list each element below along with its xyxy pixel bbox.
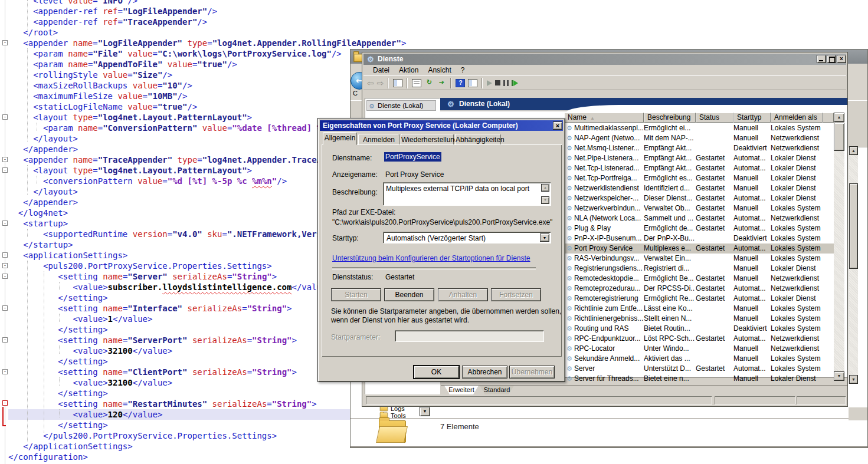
beenden-button[interactable]: Beenden xyxy=(384,288,434,301)
stop-service-icon[interactable] xyxy=(495,80,500,85)
scroll-up-icon[interactable]: ▲ xyxy=(834,113,844,122)
abbrechen-button[interactable]: Abbrechen xyxy=(462,366,507,379)
dialog-title-bar[interactable]: Eigenschaften von Port Proxy Service (Lo… xyxy=(320,120,563,131)
code-line[interactable]: <applicationSettings> xyxy=(8,250,127,261)
service-row[interactable]: ⚙ServerUnterstützt D...GestartetAutomat.… xyxy=(564,364,834,374)
menu-item[interactable]: Aktion xyxy=(394,65,423,76)
code-line[interactable]: </startup> xyxy=(8,239,73,250)
service-row[interactable]: ⚙Routing und RASBietet Routin...Deaktivi… xyxy=(564,324,834,334)
dropdown-button[interactable]: ▼ xyxy=(420,407,430,416)
refresh-icon[interactable]: ↻ xyxy=(424,79,434,87)
service-row[interactable]: ⚙Registrierungsdiens...Registriert di...… xyxy=(564,264,834,274)
fold-collapse-icon[interactable]: - xyxy=(2,40,8,45)
service-row[interactable]: ⚙Plug & PlayErmöglicht de...GestartetAut… xyxy=(564,223,834,233)
code-line[interactable]: <appender name="LogFileAppender" type="l… xyxy=(8,38,406,48)
code-line[interactable]: <setting name="ClientPort" serializeAs="… xyxy=(8,367,297,377)
column-header-status[interactable]: Status xyxy=(696,113,733,123)
code-line[interactable]: <param name="File" value="C:\work\logs\P… xyxy=(8,48,342,59)
service-row[interactable]: ⚙RemoteregistrierungErmöglicht Re...Gest… xyxy=(564,294,834,304)
code-line[interactable]: <value>32100</value> xyxy=(8,345,172,356)
close-icon[interactable]: × xyxy=(553,121,562,130)
code-line[interactable]: </puls200.PortProxyService.Properties.Se… xyxy=(8,430,277,441)
dienstname-value[interactable]: PortProxyService xyxy=(384,152,441,162)
code-line[interactable]: <staticLogFileName value="true"/> xyxy=(8,101,197,112)
fold-collapse-icon[interactable]: - xyxy=(2,221,8,226)
explorer-scrollbar[interactable]: ▲ ▼ xyxy=(849,146,858,384)
help-icon[interactable]: ? xyxy=(456,79,465,87)
code-line[interactable]: <value>subscriber.lloydslistintelligence… xyxy=(8,282,322,292)
column-header-starttyp[interactable]: Starttyp xyxy=(733,113,771,123)
column-header-beschreibung[interactable]: Beschreibung xyxy=(644,113,696,123)
tree-item-dienste-lokal[interactable]: ⚙ Dienste (Lokal) xyxy=(366,100,436,111)
fold-collapse-icon[interactable]: - xyxy=(2,114,8,120)
tab-erweitert[interactable]: Erweitert xyxy=(444,386,479,394)
code-line[interactable]: </setting> xyxy=(8,292,108,303)
service-row[interactable]: ⚙Net.Tcp-Portfreiga...Ermöglicht es...Ge… xyxy=(564,173,834,183)
column-header-name[interactable]: Name▲ xyxy=(564,113,644,123)
code-line[interactable]: <value>32100</value> xyxy=(8,377,172,388)
code-line[interactable]: <value>1</value> xyxy=(8,314,152,324)
service-row[interactable]: ⚙Richtlinie zum Entfe...Lässt eine Ko...… xyxy=(564,304,834,314)
properties-icon[interactable] xyxy=(412,79,421,87)
minimize-button[interactable] xyxy=(817,55,826,63)
code-line[interactable]: </log4net> xyxy=(8,208,68,218)
tab-standard[interactable]: Standard xyxy=(480,386,514,394)
code-line[interactable]: </setting> xyxy=(8,388,108,399)
code-line[interactable]: </appender> xyxy=(8,144,78,154)
start-service-icon[interactable] xyxy=(487,80,492,86)
code-line[interactable]: <maximumFileSize value="10MB"/> xyxy=(8,91,187,101)
service-row[interactable]: ⚙Net.Pipe-Listenera...Empfängt Akt...Ges… xyxy=(564,153,834,163)
menu-item[interactable]: ? xyxy=(456,65,470,76)
scroll-down-icon[interactable]: ▼ xyxy=(849,375,858,384)
code-line[interactable]: <puls200.PortProxyService.Properties.Set… xyxy=(8,261,272,271)
code-line[interactable]: <setting name="Server" serializeAs="Stri… xyxy=(8,271,277,282)
code-line[interactable]: </applicationSettings> xyxy=(8,441,133,452)
service-row[interactable]: ⚙Net.Tcp-Listenerad...Empfängt Akt...Ges… xyxy=(564,163,834,173)
fold-collapse-icon[interactable]: - xyxy=(2,274,8,279)
close-button[interactable]: × xyxy=(837,55,846,63)
starttyp-combobox[interactable]: Automatisch (Verzögerter Start) ▼ xyxy=(383,232,551,243)
fold-collapse-icon[interactable]: - xyxy=(2,157,8,162)
code-line[interactable]: <startup> xyxy=(8,218,68,229)
code-line[interactable]: <supportedRuntime version="v4.0" sku=".N… xyxy=(8,229,332,239)
list-scrollbar[interactable]: ▲ ▼ xyxy=(834,113,844,381)
scrollbar-thumb[interactable] xyxy=(834,123,844,151)
scroll-up-icon[interactable]: ▲ xyxy=(849,146,858,155)
service-row[interactable]: ⚙Port Proxy ServiceMultiplexes e...Gesta… xyxy=(564,243,834,254)
fold-collapse-icon[interactable]: - xyxy=(2,369,8,374)
code-line[interactable]: <layout type="log4net.Layout.PatternLayo… xyxy=(8,165,252,176)
restart-service-icon[interactable] xyxy=(512,80,518,86)
code-line[interactable]: <setting name="RestartMinutes" serialize… xyxy=(8,399,317,409)
code-line[interactable]: <rollingStyle value="Size"/> xyxy=(8,70,172,80)
service-row[interactable]: ⚙Remotedesktopdie...Ermöglicht Be...Gest… xyxy=(564,274,834,284)
back-icon[interactable]: ⇦ xyxy=(367,78,374,88)
code-line[interactable]: <setting name="ServerPort" serializeAs="… xyxy=(8,335,297,345)
code-line[interactable]: </layout> xyxy=(8,186,78,197)
code-line[interactable]: <param name="AppendToFile" value="true"/… xyxy=(8,59,237,70)
chevron-down-icon[interactable]: ▼ xyxy=(540,233,549,242)
service-row[interactable]: ⚙NLA (Network Loca...Sammelt und ...Gest… xyxy=(564,213,834,223)
folder-item[interactable]: Tools xyxy=(379,412,450,418)
tab-anmelden[interactable]: Anmelden xyxy=(358,134,399,145)
maximize-button[interactable] xyxy=(827,55,836,63)
menu-item[interactable]: Ansicht xyxy=(423,65,456,76)
tab-abhaengigkeiten[interactable]: Abhängigkeiten xyxy=(455,134,501,145)
console-window-icon[interactable] xyxy=(393,79,402,87)
service-row[interactable]: ⚙NAP-Agent (Netwo...Mit dem NAP-...Manue… xyxy=(564,133,834,143)
service-row[interactable]: ⚙RPC-LocatorUnter Windo...ManuellNetzwer… xyxy=(564,344,834,354)
code-line[interactable]: <appender-ref ref="LogFileAppender"/> xyxy=(8,6,217,17)
scroll-down-icon[interactable]: ▼ xyxy=(834,371,844,381)
code-line[interactable]: </layout> xyxy=(8,133,78,144)
code-line[interactable]: </root> xyxy=(8,27,58,38)
code-line[interactable]: </setting> xyxy=(8,356,108,367)
service-row[interactable]: ⚙Server für Threads...Bietet eine n...Ma… xyxy=(564,374,834,384)
service-row[interactable]: ⚙NetzwerklistendienstIdentifiziert d...G… xyxy=(564,183,834,193)
menu-item[interactable]: Datei xyxy=(368,65,394,76)
code-line[interactable]: <appender name="TraceAppender" type="log… xyxy=(8,154,332,165)
service-row[interactable]: ⚙RAS-Verbindungsv...Verwaltet Ein...Manu… xyxy=(564,254,834,264)
service-row[interactable]: ⚙Remoteprozedurau...Der RPCSS-Di...Gesta… xyxy=(564,284,834,294)
service-row[interactable]: ⚙PnP-X-IP-Busenum...Der PnP-X-Bu...Deakt… xyxy=(564,233,834,243)
scroll-down-icon[interactable]: ▼ xyxy=(541,196,549,204)
code-line[interactable]: </setting> xyxy=(8,324,108,335)
forward-icon[interactable]: ⇨ xyxy=(377,78,384,88)
